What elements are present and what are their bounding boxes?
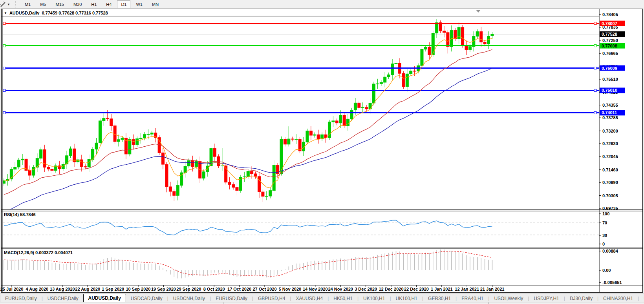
chart-collapse-icon[interactable]: ▼ (4, 11, 7, 15)
chart-symbol-label: AUDUSD,Daily (9, 11, 39, 15)
chart-tab-china300-h1[interactable]: CHINA300,H1 (598, 295, 638, 302)
chart-tab-eurusd-daily[interactable]: EURUSD,Daily (0, 295, 42, 302)
crosshair-icon (0, 1, 6, 7)
strip-mark (356, 302, 356, 304)
toolbar-separator (166, 1, 166, 7)
chart-tab-uk100-h1[interactable]: UK100,H1 (359, 295, 390, 302)
chart-window: ▼ AUDUSD,Daily 0.77459 0.77628 0.77316 0… (1, 9, 643, 293)
chart-tab-ger30-h1[interactable]: GER30,H1 (423, 295, 456, 302)
timeframe-button-m15[interactable]: M15 (51, 0, 68, 8)
chart-tab-usoil-weekly[interactable]: USOil,Weekly (489, 295, 528, 302)
chart-tab-hk50-h1[interactable]: HK50,H1 (329, 295, 357, 302)
timeframe-button-m30[interactable]: M30 (70, 0, 86, 8)
timeframe-button-d1[interactable]: D1 (117, 0, 130, 8)
chart-tab-usdcad-daily[interactable]: USDCAD,Daily (126, 295, 167, 302)
chart-tab-bar: EURUSD,Daily|USDCHF,DailyAUDUSD,DailyUSD… (0, 293, 644, 302)
timeframe-button-h1[interactable]: H1 (87, 0, 101, 8)
chart-tab-dj30-daily[interactable]: DJ30,Daily (565, 295, 597, 302)
chart-tab-eurusd-daily[interactable]: EURUSD,Daily (211, 295, 252, 302)
timeframe-button-h4[interactable]: H4 (102, 0, 115, 8)
chart-tab-xauusd-h4[interactable]: XAUUSD,H4 (291, 295, 327, 302)
chart-tab-audusd-daily[interactable]: AUDUSD,Daily (83, 294, 126, 302)
timeframe-button-m1[interactable]: M1 (21, 0, 35, 8)
timeframe-button-m5[interactable]: M5 (36, 0, 50, 8)
chart-tab-usoil-[interactable]: USOil, (639, 295, 644, 302)
timeframe-button-w1[interactable]: W1 (132, 0, 146, 8)
tool-dropdown-icon[interactable]: ▼ (7, 3, 10, 6)
status-strip (0, 302, 644, 304)
chart-tab-usdcnh-daily[interactable]: USDCNH,Daily (168, 295, 210, 302)
chart-tab-fra40-h1[interactable]: FRA40,H1 (457, 295, 488, 302)
chart-title: ▼ AUDUSD,Daily 0.77459 0.77628 0.77316 0… (4, 10, 108, 16)
chart-tab-gbpusd-h4[interactable]: GBPUSD,H4 (253, 295, 290, 302)
cursor-tool-button[interactable]: ▼ (0, 0, 12, 9)
timeframe-toolbar: ▼ M1M5M15M30H1H4D1W1MN (0, 0, 644, 9)
timeframe-button-mn[interactable]: MN (148, 0, 163, 8)
toolbar-grip (15, 1, 18, 7)
chart-tab-uk100-h1[interactable]: UK100,H1 (391, 295, 422, 302)
strip-mark (488, 302, 488, 304)
strip-mark (223, 302, 223, 304)
chart-tab-usdjpy-h1[interactable]: USDJPY,H1 (529, 295, 564, 302)
chart-ohlc-values: 0.77459 0.77628 0.77316 0.77528 (39, 11, 108, 15)
chart-tab-usdchf-daily[interactable]: USDCHF,Daily (43, 295, 83, 302)
